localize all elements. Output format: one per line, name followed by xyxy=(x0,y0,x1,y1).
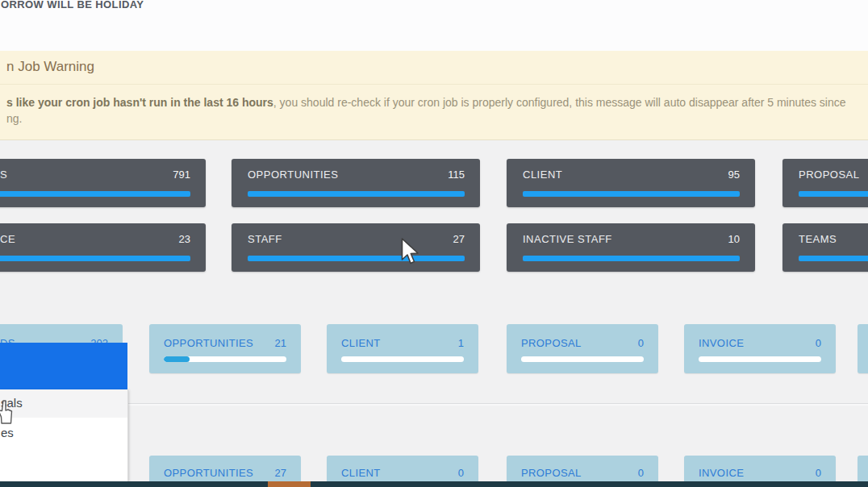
stat-label: OPPORTUNITIES xyxy=(164,337,253,349)
progress-fill xyxy=(164,356,190,362)
stat-label: INVOICE xyxy=(699,467,744,479)
summary-card-proposal[interactable]: PROPOSAL 0 xyxy=(507,324,658,373)
stat-value: 0 xyxy=(638,337,644,349)
progress-track xyxy=(164,356,286,362)
top-band: ORROW WILL BE HOLIDAY xyxy=(0,0,868,51)
stat-value: 0 xyxy=(816,467,821,479)
dropdown-item-proposals[interactable]: sals xyxy=(0,389,127,418)
stat-label: INACTIVE STAFF xyxy=(523,233,612,245)
video-progress-segment xyxy=(268,481,311,487)
stat-card-staff[interactable]: STAFF 27 xyxy=(232,223,480,272)
summary-card-client[interactable]: CLIENT 1 xyxy=(327,324,478,373)
progress-track xyxy=(699,356,821,362)
dropdown-selected-header[interactable] xyxy=(0,343,127,389)
dropdown-menu: sals es xyxy=(0,389,128,481)
stat-label: CLIENT xyxy=(523,169,562,181)
stat-value: 0 xyxy=(458,467,464,479)
section-divider-highlight xyxy=(0,404,868,406)
stat-label: OPPORTUNITIES xyxy=(248,169,338,181)
stat-card-client[interactable]: CLIENT 95 xyxy=(507,159,755,207)
stat-label: OPPORTUNITIES xyxy=(164,467,253,479)
stat-label: STAFF xyxy=(248,233,282,245)
progress-bar xyxy=(0,256,190,261)
stat-label: PROPOSAL xyxy=(799,169,860,181)
banner-title: n Job Warning xyxy=(6,59,94,75)
stat-label: PROPOSAL xyxy=(521,467,582,479)
stat-value: 115 xyxy=(448,169,465,181)
stat-value: 95 xyxy=(728,169,740,181)
progress-bar xyxy=(523,256,740,261)
stat-card-proposal[interactable]: PROPOSAL xyxy=(782,159,868,207)
cron-job-warning-banner: n Job Warning s like your cron job hasn'… xyxy=(0,51,868,140)
stat-value: 1 xyxy=(458,337,464,349)
stat-value: 10 xyxy=(728,233,740,245)
stat-value: 27 xyxy=(453,233,465,245)
stat-card-leads[interactable]: S 791 xyxy=(0,159,206,207)
progress-bar xyxy=(799,256,868,261)
holiday-note: ORROW WILL BE HOLIDAY xyxy=(1,0,144,10)
progress-track xyxy=(341,356,464,362)
progress-bar xyxy=(523,191,740,197)
stat-label: CE xyxy=(0,233,15,245)
banner-body: s like your cron job hasn't run in the l… xyxy=(6,93,868,112)
banner-body-rest: , you should re-check if your cron job i… xyxy=(273,96,846,109)
banner-body-line2: ng. xyxy=(6,112,22,125)
stat-value: 23 xyxy=(179,233,190,245)
stat-value: 0 xyxy=(816,337,821,349)
stat-label: CLIENT xyxy=(341,467,381,479)
stat-label: TEAMS xyxy=(799,233,837,245)
stat-label: CLIENT xyxy=(341,337,381,349)
banner-divider xyxy=(0,84,868,85)
stat-value: 0 xyxy=(638,467,644,479)
stat-label: PROPOSAL xyxy=(521,337,582,349)
stat-value: 21 xyxy=(275,337,286,349)
stat-card-invoice[interactable]: CE 23 xyxy=(0,223,206,272)
dashboard-screen: ORROW WILL BE HOLIDAY n Job Warning s li… xyxy=(0,0,868,487)
dropdown-item-estimates[interactable]: es xyxy=(0,418,127,447)
stat-label: INVOICE xyxy=(699,337,744,349)
progress-bar xyxy=(248,256,465,261)
stat-card-teams[interactable]: TEAMS xyxy=(782,223,868,272)
progress-track xyxy=(521,356,644,362)
hand-cursor-icon xyxy=(0,400,14,429)
summary-card-invoice[interactable]: INVOICE 0 xyxy=(684,324,836,373)
video-progress-bar[interactable] xyxy=(0,481,868,487)
stat-label: S xyxy=(0,169,7,181)
banner-body-bold: s like your cron job hasn't run in the l… xyxy=(6,96,273,109)
mouse-cursor-icon xyxy=(401,238,420,268)
progress-bar xyxy=(0,191,190,197)
summary-card-partial[interactable] xyxy=(858,324,868,373)
stat-card-opportunities[interactable]: OPPORTUNITIES 115 xyxy=(232,159,480,207)
stat-value: 27 xyxy=(275,467,286,479)
stat-value: 791 xyxy=(173,169,190,181)
stat-card-inactive-staff[interactable]: INACTIVE STAFF 10 xyxy=(507,223,755,272)
progress-bar xyxy=(248,191,465,197)
progress-bar xyxy=(799,191,868,197)
summary-card-opportunities[interactable]: OPPORTUNITIES 21 xyxy=(149,324,301,373)
